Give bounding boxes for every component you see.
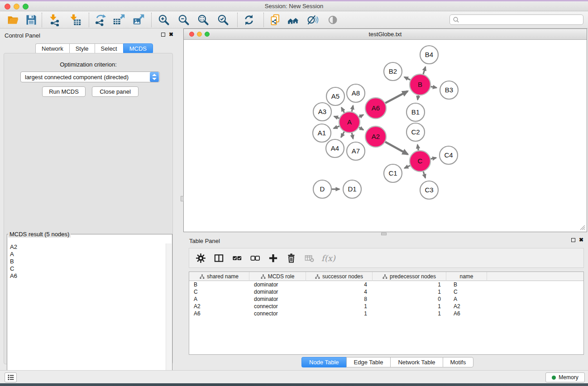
tab-style[interactable]: Style bbox=[69, 43, 95, 54]
zoom-selected-icon[interactable] bbox=[215, 13, 231, 27]
cell[interactable]: 1 bbox=[373, 288, 446, 295]
column-browser-icon[interactable] bbox=[213, 252, 225, 264]
table-tab-network-table[interactable]: Network Table bbox=[390, 357, 442, 367]
open-browser-icon[interactable] bbox=[286, 13, 301, 27]
mcds-result-scrollbar[interactable] bbox=[166, 243, 172, 386]
export-network-icon[interactable] bbox=[92, 13, 108, 27]
import-network-icon[interactable] bbox=[47, 13, 62, 27]
cell[interactable]: A6 bbox=[189, 310, 249, 317]
cell[interactable]: dominator bbox=[249, 281, 306, 288]
edge-A6-B[interactable] bbox=[385, 91, 407, 103]
table-row[interactable]: A6connector11A6 bbox=[189, 310, 583, 317]
cell[interactable]: 0 bbox=[373, 295, 446, 303]
edge-A2-C[interactable] bbox=[385, 142, 408, 154]
zoom-out-icon[interactable] bbox=[176, 13, 191, 27]
edge-B-B3[interactable] bbox=[431, 86, 437, 87]
cell[interactable]: 1 bbox=[373, 310, 446, 317]
splitter-handle[interactable] bbox=[381, 233, 387, 235]
zoom-fit-icon[interactable] bbox=[196, 13, 211, 27]
edge-C-C1[interactable] bbox=[405, 166, 411, 168]
mcds-result-item[interactable]: B bbox=[8, 258, 166, 265]
tab-network[interactable]: Network bbox=[35, 43, 69, 54]
edge-C-C3[interactable] bbox=[423, 172, 425, 178]
cell[interactable]: 1 bbox=[373, 281, 446, 288]
close-traffic-light[interactable] bbox=[5, 4, 10, 10]
edge-A-A2[interactable] bbox=[359, 128, 363, 130]
cell[interactable]: dominator bbox=[249, 288, 306, 295]
search-box[interactable] bbox=[449, 14, 583, 25]
table-row[interactable]: Cdominator41C bbox=[189, 288, 583, 295]
import-table-icon[interactable] bbox=[67, 13, 83, 27]
cell[interactable]: 1 bbox=[306, 310, 373, 317]
export-table-icon[interactable] bbox=[111, 13, 127, 27]
edge-B-B1[interactable] bbox=[418, 95, 419, 100]
export-image-icon[interactable] bbox=[131, 13, 146, 27]
edge-A-A4[interactable] bbox=[341, 132, 344, 137]
close-panel-icon[interactable]: ✖ bbox=[169, 32, 173, 37]
edge-A-A8[interactable] bbox=[352, 105, 353, 111]
float-panel-icon[interactable] bbox=[161, 33, 165, 37]
column-header-shared-name[interactable]: shared name bbox=[189, 272, 249, 281]
search-input[interactable] bbox=[459, 16, 583, 24]
edge-C-C4[interactable] bbox=[431, 158, 436, 159]
network-minimize-traffic-light[interactable] bbox=[197, 32, 202, 37]
table-row[interactable]: Adominator80A bbox=[189, 295, 583, 303]
tab-select[interactable]: Select bbox=[95, 43, 123, 54]
edge-B-B2[interactable] bbox=[404, 77, 410, 80]
delete-column-icon[interactable] bbox=[285, 252, 297, 264]
cell[interactable]: A2 bbox=[189, 303, 249, 310]
edge-A-A1[interactable] bbox=[334, 126, 339, 129]
edge-A-A5[interactable] bbox=[341, 108, 344, 113]
cell[interactable]: C bbox=[189, 288, 249, 295]
cell[interactable]: dominator bbox=[249, 295, 306, 303]
cell[interactable]: A bbox=[189, 295, 249, 303]
column-header-mcds-role[interactable]: MCDS role bbox=[249, 272, 306, 281]
edge-A-A7[interactable] bbox=[352, 133, 353, 138]
mcds-result-item[interactable]: A bbox=[8, 251, 166, 258]
save-session-icon[interactable] bbox=[24, 13, 39, 27]
show-graphics-details-icon[interactable] bbox=[325, 13, 341, 27]
network-window-titlebar[interactable]: testGlobe.txt bbox=[184, 29, 587, 40]
table-tab-motifs[interactable]: Motifs bbox=[443, 357, 474, 367]
float-panel-icon[interactable] bbox=[571, 238, 575, 242]
unselect-all-icon[interactable] bbox=[249, 252, 261, 264]
edge-B-B4[interactable] bbox=[423, 67, 425, 74]
zoom-in-icon[interactable] bbox=[156, 13, 172, 27]
cell[interactable]: connector bbox=[249, 303, 306, 310]
cell[interactable]: B bbox=[446, 281, 487, 288]
edge-A-A6[interactable] bbox=[359, 115, 363, 117]
cell[interactable]: B bbox=[189, 281, 249, 288]
network-close-traffic-light[interactable] bbox=[189, 32, 194, 37]
cell[interactable]: 4 bbox=[306, 288, 373, 295]
task-history-button[interactable] bbox=[5, 372, 17, 382]
add-column-icon[interactable] bbox=[267, 252, 279, 264]
network-zoom-traffic-light[interactable] bbox=[205, 32, 210, 37]
refresh-icon[interactable] bbox=[241, 13, 257, 27]
mcds-result-item[interactable]: A2 bbox=[8, 243, 166, 251]
table-tab-edge-table[interactable]: Edge Table bbox=[346, 357, 391, 367]
column-header-name[interactable]: name bbox=[446, 272, 487, 281]
settings-gear-icon[interactable] bbox=[195, 252, 206, 264]
delete-table-icon[interactable] bbox=[303, 252, 315, 264]
column-header-successor-nodes[interactable]: successor nodes bbox=[306, 272, 373, 281]
mcds-result-item[interactable]: C bbox=[8, 265, 166, 272]
hide-graphics-details-icon[interactable] bbox=[305, 13, 320, 27]
select-all-icon[interactable] bbox=[231, 252, 243, 264]
cell[interactable]: C bbox=[446, 288, 487, 295]
cell[interactable]: A6 bbox=[446, 310, 487, 317]
new-network-from-selection-icon[interactable] bbox=[268, 13, 283, 27]
close-panel-icon[interactable]: ✖ bbox=[579, 238, 583, 242]
resize-grip-icon[interactable] bbox=[580, 225, 585, 230]
criterion-dropdown[interactable]: largest connected component (directed) bbox=[20, 71, 160, 82]
cell[interactable]: 1 bbox=[306, 303, 373, 310]
cell[interactable]: connector bbox=[249, 310, 306, 317]
cell[interactable]: 4 bbox=[306, 281, 373, 288]
run-mcds-button[interactable]: Run MCDS bbox=[42, 86, 86, 97]
memory-button[interactable]: Memory bbox=[545, 372, 585, 382]
column-header-predecessor-nodes[interactable]: predecessor nodes bbox=[373, 272, 446, 281]
mcds-result-item[interactable]: A6 bbox=[8, 272, 166, 280]
cell[interactable]: 1 bbox=[373, 303, 446, 310]
open-file-icon[interactable] bbox=[5, 13, 21, 27]
splitter-handle[interactable] bbox=[181, 196, 184, 201]
function-builder-icon[interactable]: f(x) bbox=[321, 253, 335, 263]
